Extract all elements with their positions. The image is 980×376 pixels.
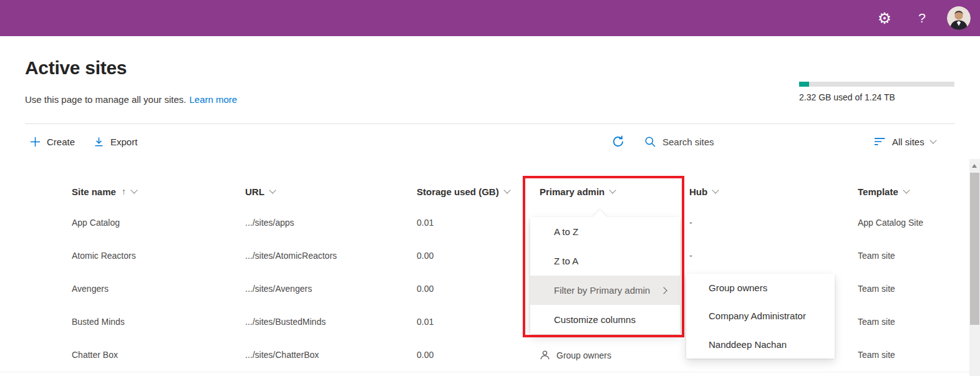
column-label: Site name xyxy=(72,186,116,197)
chevron-down-icon xyxy=(130,186,137,193)
app-header-bar: ⚙ ? xyxy=(0,0,980,36)
vertical-scrollbar xyxy=(969,159,980,376)
settings-gear-icon[interactable]: ⚙ xyxy=(875,8,895,28)
column-header-template[interactable]: Template xyxy=(858,176,909,206)
storage-usage-fill xyxy=(799,82,809,87)
table-header-row: Site name ↑ URL Storage used (GB) Primar… xyxy=(0,176,969,207)
create-button-label: Create xyxy=(47,137,75,147)
column-header-storage-used[interactable]: Storage used (GB) xyxy=(417,176,510,206)
refresh-button[interactable] xyxy=(611,132,625,151)
person-icon xyxy=(540,350,550,360)
primary-admin-submenu: Group owners Company Administrator Nandd… xyxy=(686,274,835,359)
url-cell: .../sites/Avengers xyxy=(245,272,312,306)
column-header-hub[interactable]: Hub xyxy=(689,176,718,206)
storage-cell: 0.01 xyxy=(417,206,434,239)
page-subtitle: Use this page to manage all your sites.L… xyxy=(25,94,237,105)
url-cell: .../sites/ChatterBox xyxy=(245,339,319,372)
create-button[interactable]: Create xyxy=(30,132,75,151)
url-cell: .../sites/AtomicReactors xyxy=(245,239,337,272)
column-header-site-name[interactable]: Site name ↑ xyxy=(72,176,137,206)
url-cell: .../sites/BustedMinds xyxy=(245,306,326,339)
column-label: URL xyxy=(245,186,264,197)
hub-cell: - xyxy=(689,239,692,272)
sort-ascending-icon: ↑ xyxy=(122,186,126,196)
table-row[interactable]: App Catalog .../sites/apps 0.01 - App Ca… xyxy=(0,206,969,240)
column-label: Hub xyxy=(689,186,707,197)
search-placeholder: Search sites xyxy=(662,137,714,147)
storage-cell: 0.00 xyxy=(417,339,434,372)
chevron-down-icon xyxy=(609,186,616,193)
column-label: Storage used (GB) xyxy=(417,186,499,197)
download-icon xyxy=(94,137,104,147)
template-cell: Team site xyxy=(858,239,895,272)
search-icon xyxy=(644,136,656,148)
primary-admin-label: Group owners xyxy=(556,350,611,360)
url-cell: .../sites/apps xyxy=(245,206,294,239)
scrollbar-thumb[interactable] xyxy=(970,173,979,325)
export-button-label: Export xyxy=(110,137,137,147)
column-label: Template xyxy=(858,186,898,197)
refresh-icon xyxy=(611,135,625,148)
template-cell: Team site xyxy=(858,272,895,306)
menu-item-customize-columns[interactable]: Customize columns xyxy=(530,305,680,334)
user-avatar[interactable] xyxy=(947,6,971,30)
site-name-cell: Atomic Reactors xyxy=(72,239,136,272)
storage-cell: 0.00 xyxy=(417,272,434,306)
site-name-cell: App Catalog xyxy=(72,206,120,239)
chevron-down-icon xyxy=(269,186,276,193)
template-cell: Team site xyxy=(858,339,895,372)
avatar-image xyxy=(947,6,971,30)
column-header-primary-admin[interactable]: Primary admin xyxy=(540,176,615,206)
submenu-item-company-administrator[interactable]: Company Administrator xyxy=(686,302,835,330)
table-row[interactable]: Atomic Reactors .../sites/AtomicReactors… xyxy=(0,239,969,273)
learn-more-link[interactable]: Learn more xyxy=(189,94,237,105)
storage-usage-label: 2.32 GB used of 1.24 TB xyxy=(799,92,895,102)
chevron-right-icon xyxy=(660,287,667,294)
search-sites-input[interactable]: Search sites xyxy=(644,132,714,151)
primary-admin-cell: Group owners xyxy=(540,339,611,372)
chevron-down-icon xyxy=(929,137,936,143)
site-name-cell: Busted Minds xyxy=(72,306,125,339)
plus-icon xyxy=(30,137,41,147)
chevron-down-icon xyxy=(503,186,510,193)
toolbar-divider xyxy=(25,123,955,124)
menu-item-filter-by-primary-admin[interactable]: Filter by Primary admin xyxy=(530,276,680,305)
storage-cell: 0.01 xyxy=(417,306,434,339)
active-sites-page: ⚙ ? Active sites Use this page to manage… xyxy=(0,0,980,376)
export-button[interactable]: Export xyxy=(94,132,137,151)
storage-usage-bar xyxy=(799,82,954,87)
view-filter-dropdown[interactable]: All sites xyxy=(874,132,936,151)
submenu-item-nanddeep-nachan[interactable]: Nanddeep Nachan xyxy=(686,330,835,359)
menu-item-label: Filter by Primary admin xyxy=(554,285,650,296)
menu-item-a-to-z[interactable]: A to Z xyxy=(530,217,680,246)
filter-icon xyxy=(874,137,886,146)
storage-cell: 0.00 xyxy=(417,239,434,272)
page-title: Active sites xyxy=(25,57,127,79)
scrollbar-up-arrow[interactable] xyxy=(972,164,977,168)
column-header-url[interactable]: URL xyxy=(245,176,275,206)
template-cell: Team site xyxy=(858,306,895,339)
submenu-item-group-owners[interactable]: Group owners xyxy=(686,274,835,302)
site-name-cell: Chatter Box xyxy=(72,339,118,372)
help-icon[interactable]: ? xyxy=(912,8,932,28)
column-context-menu: A to Z Z to A Filter by Primary admin Cu… xyxy=(530,217,680,334)
subtitle-text: Use this page to manage all your sites. xyxy=(25,94,186,105)
hub-cell: - xyxy=(689,206,692,239)
menu-item-z-to-a[interactable]: Z to A xyxy=(530,246,680,276)
site-name-cell: Avengers xyxy=(72,272,109,306)
chevron-down-icon xyxy=(712,186,719,193)
template-cell: App Catalog Site xyxy=(858,206,923,239)
column-label: Primary admin xyxy=(540,186,604,197)
view-filter-label: All sites xyxy=(892,137,924,147)
chevron-down-icon xyxy=(903,186,910,193)
